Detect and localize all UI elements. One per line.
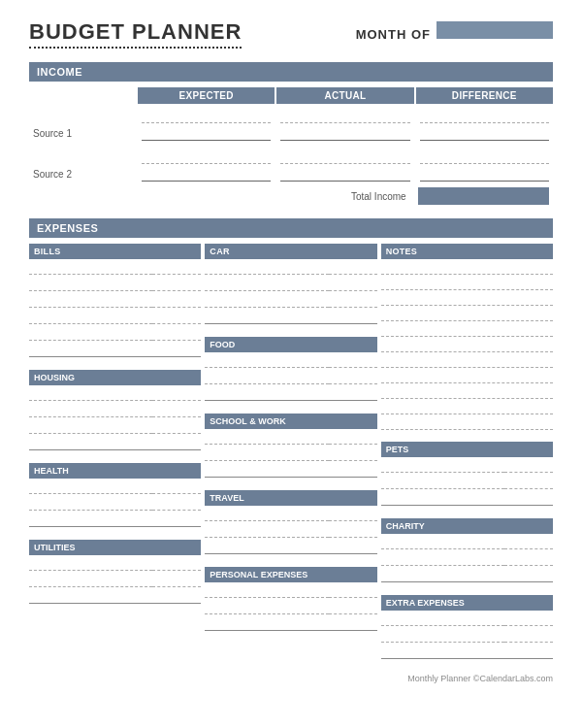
personal-row: [205, 584, 376, 598]
line[interactable]: [280, 127, 409, 141]
month-of-label: Month of: [356, 27, 431, 42]
utility-row: [29, 557, 201, 571]
car-row: [205, 261, 376, 275]
food-row: [205, 371, 376, 384]
total-income-label: Total Income: [29, 191, 414, 202]
spacer: [381, 509, 553, 514]
line[interactable]: [142, 168, 271, 182]
car-row: [205, 311, 376, 324]
travel-header: TRAVEL: [205, 490, 376, 506]
charity-row: [381, 536, 553, 549]
expenses-section: EXPENSES BILLS HOUSING HEALTH: [29, 218, 553, 662]
health-row: [29, 497, 201, 511]
food-header: FOOD: [205, 337, 376, 352]
pets-row: [381, 492, 553, 506]
line[interactable]: [420, 150, 549, 164]
line[interactable]: [420, 127, 549, 141]
food-row: [205, 387, 376, 401]
month-of-section: Month of: [356, 21, 553, 42]
travel-row: [205, 524, 376, 538]
note-line[interactable]: [381, 370, 553, 383]
utilities-lines: [29, 557, 201, 607]
bills-lines: [29, 261, 201, 360]
note-line[interactable]: [381, 385, 553, 399]
charity-row: [381, 552, 553, 566]
extra-lines: [381, 612, 553, 662]
source2-expected: [138, 147, 275, 185]
income-section: INCOME EXPECTED ACTUAL DIFFERENCE Source…: [29, 62, 553, 205]
source1-expected: [138, 106, 275, 145]
extra-row: [381, 629, 553, 643]
bill-row: [29, 294, 201, 308]
line[interactable]: [142, 150, 271, 164]
food-lines: [205, 354, 376, 404]
col-bills: BILLS HOUSING HEALTH: [29, 244, 201, 662]
health-lines: [29, 480, 201, 530]
note-line[interactable]: [381, 277, 553, 290]
personal-row: [205, 601, 376, 614]
note-line[interactable]: [381, 339, 553, 352]
note-line[interactable]: [381, 323, 553, 337]
school-row: [205, 464, 376, 478]
source2-difference: [416, 147, 553, 185]
spacer: [29, 360, 201, 366]
income-section-header: INCOME: [29, 62, 553, 82]
food-row: [205, 354, 376, 368]
source2-label: Source 2: [29, 147, 136, 185]
health-header: HEALTH: [29, 463, 201, 479]
spacer: [205, 480, 376, 486]
utility-row: [29, 574, 201, 587]
pets-row: [381, 459, 553, 473]
income-label-spacer: [29, 87, 136, 104]
source1-actual: [276, 106, 413, 145]
health-row: [29, 513, 201, 527]
note-line[interactable]: [381, 354, 553, 368]
total-income-row: Total Income: [29, 187, 553, 205]
spacer: [29, 530, 201, 536]
notes-header: NOTES: [381, 244, 553, 259]
note-line[interactable]: [381, 308, 553, 321]
income-difference-header: DIFFERENCE: [416, 87, 553, 104]
spacer: [205, 327, 376, 333]
housing-row: [29, 420, 201, 434]
spacer: [381, 432, 553, 438]
col-car: CAR FOOD SCHOOL & WORK TRAVEL: [205, 244, 376, 662]
note-line[interactable]: [381, 401, 553, 414]
personal-lines: [205, 584, 376, 634]
note-line[interactable]: [381, 416, 553, 430]
line[interactable]: [280, 150, 409, 164]
bill-row: [29, 327, 201, 341]
footer: Monthly Planner ©CalendarLabs.com: [29, 670, 553, 683]
bill-row: [29, 344, 201, 357]
line[interactable]: [280, 110, 409, 123]
page-title: BUDGET PLANNER: [29, 19, 242, 49]
charity-lines: [381, 536, 553, 585]
line[interactable]: [142, 127, 271, 141]
car-header: CAR: [205, 244, 376, 259]
note-line[interactable]: [381, 261, 553, 275]
spacer: [205, 557, 376, 563]
housing-row: [29, 437, 201, 450]
bills-header: BILLS: [29, 244, 201, 259]
charity-row: [381, 569, 553, 582]
school-work-lines: [205, 431, 376, 480]
total-income-box[interactable]: [418, 187, 549, 205]
extra-row: [381, 612, 553, 626]
spacer: [381, 585, 553, 591]
spacer: [29, 453, 201, 459]
utility-row: [29, 590, 201, 604]
school-row: [205, 447, 376, 461]
line[interactable]: [420, 168, 549, 182]
housing-lines: [29, 387, 201, 453]
month-input-box[interactable]: [436, 21, 553, 39]
extra-expenses-header: EXTRA EXPENSES: [381, 595, 553, 611]
line[interactable]: [280, 168, 409, 182]
page-header: BUDGET PLANNER Month of: [29, 19, 553, 49]
spacer: [205, 404, 376, 410]
line[interactable]: [420, 110, 549, 123]
note-line[interactable]: [381, 292, 553, 306]
bill-row: [29, 278, 201, 291]
pets-header: PETS: [381, 442, 553, 457]
line[interactable]: [142, 110, 271, 123]
housing-row: [29, 387, 201, 401]
